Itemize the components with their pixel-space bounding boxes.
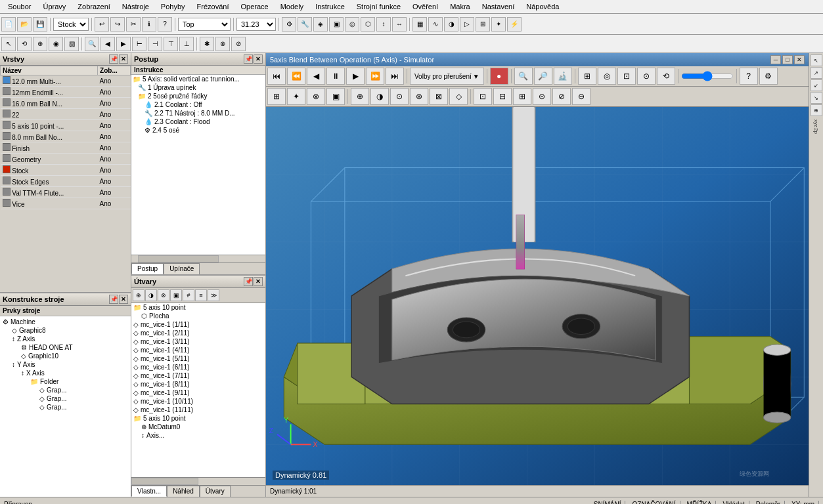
vrstvy-row[interactable]: Stock Edges Ano (1, 176, 131, 187)
utvary-list-item[interactable]: ◇mc_vice-1 (4/11) (131, 346, 265, 354)
sim-view4[interactable]: ⊙ (637, 68, 656, 85)
menu-frezovani[interactable]: Frézování (192, 1, 234, 12)
tb2-btn7[interactable]: ◀ (100, 37, 115, 51)
tb2-btn11[interactable]: ⊤ (164, 37, 178, 51)
menu-instrukce[interactable]: Instrukce (310, 1, 350, 12)
sim-record[interactable]: ● (490, 68, 508, 85)
sim-help[interactable]: ? (740, 68, 758, 85)
sim-zoom-out[interactable]: 🔬 (554, 68, 572, 85)
sim2-btn14[interactable]: ⊝ (533, 88, 551, 105)
sim2-btn3[interactable]: ⊗ (307, 88, 325, 105)
vrstvy-row[interactable]: Val TTM-4 Flute... Ano (1, 187, 131, 198)
stock-dropdown[interactable]: Stock (53, 18, 89, 31)
ut-btn7[interactable]: ≫ (208, 289, 219, 301)
utvary-pin-button[interactable]: 📌 (244, 277, 253, 286)
utvary-list-item[interactable]: ⊕McDatum0 (131, 423, 265, 431)
menu-modely[interactable]: Modely (275, 1, 309, 12)
ut-btn4[interactable]: ▣ (170, 289, 182, 301)
sim-pause[interactable]: ⏸ (326, 68, 345, 85)
vrstvy-close-button[interactable]: ✕ (119, 54, 128, 64)
tb2-btn15[interactable]: ⊘ (231, 37, 246, 51)
tb-btn10[interactable]: ∿ (428, 17, 443, 32)
tb2-btn6[interactable]: 🔍 (85, 37, 99, 51)
vp-right-btn4[interactable]: ↘ (811, 92, 822, 104)
konstrukce-tree-item[interactable]: 📁Folder (1, 377, 129, 386)
menu-makra[interactable]: Makra (445, 1, 476, 12)
vrstvy-row[interactable]: Finish Ano (1, 142, 131, 154)
tab-nahled[interactable]: Náhled (167, 486, 200, 497)
instr-tree-item[interactable]: 💧2.3 Coolant : Flood (131, 117, 265, 126)
sim2-btn15[interactable]: ⊘ (552, 88, 571, 105)
viewport-close-button[interactable]: ✕ (794, 55, 805, 64)
tb2-btn5[interactable]: ▧ (64, 37, 79, 51)
sim-play-end[interactable]: ⏭ (386, 68, 404, 85)
vrstvy-row[interactable]: 5 axis 10 point -... Ano (1, 120, 131, 131)
tb-btn8[interactable]: ↔ (392, 17, 407, 32)
utvary-list-item[interactable]: ◇mc_vice-1 (6/11) (131, 363, 265, 371)
menu-overeni[interactable]: Ověření (407, 1, 443, 12)
tb2-btn8[interactable]: ▶ (116, 37, 131, 51)
tb-btn11[interactable]: ◑ (444, 17, 458, 32)
utvary-list-item[interactable]: 📁5 axis 10 point (131, 303, 265, 312)
utvary-list-item[interactable]: ⬡Plocha (131, 312, 265, 320)
utvary-list-item[interactable]: ◇mc_vice-1 (3/11) (131, 337, 265, 346)
sim-step-fwd[interactable]: ▶ (346, 68, 365, 85)
sim2-btn7[interactable]: ⊙ (390, 88, 409, 105)
tb-btn15[interactable]: ⚡ (507, 17, 522, 32)
menu-upravy[interactable]: Úpravy (37, 1, 71, 12)
postup-scrollbar-h[interactable] (131, 255, 265, 262)
konstrukce-pin-button[interactable]: 📌 (109, 295, 118, 304)
tb-btn4[interactable]: ▣ (329, 17, 344, 32)
tb-btn1[interactable]: ⚙ (282, 17, 296, 32)
instr-tree-item[interactable]: 🔧1 Úprava upínek (131, 83, 265, 92)
menu-pohyby[interactable]: Pohyby (156, 1, 190, 12)
sim-speed-slider[interactable] (681, 71, 734, 81)
postup-pin-button[interactable]: 📌 (244, 54, 253, 64)
tab-utvary[interactable]: Útvary (200, 486, 231, 497)
vrstvy-row[interactable]: 16.0 mm Ball N... Ano (1, 98, 131, 109)
sim-play-begin[interactable]: ⏮ (267, 68, 286, 85)
viewport-maximize-button[interactable]: □ (782, 55, 793, 64)
menu-zobrazeni[interactable]: Zobrazení (72, 1, 116, 12)
vrstvy-row[interactable]: Vice Ano (1, 198, 131, 209)
menu-nastaveni[interactable]: Nastavení (477, 1, 520, 12)
tb-btn9[interactable]: ▦ (412, 17, 427, 32)
value-dropdown[interactable]: 31.23 (236, 18, 276, 31)
vrstvy-row[interactable]: 12mm Endmill -... Ano (1, 87, 131, 98)
tb-btn13[interactable]: ⊞ (476, 17, 490, 32)
menu-soubor[interactable]: Soubor (3, 1, 36, 12)
utvary-list-item[interactable]: ◇mc_vice-1 (10/11) (131, 397, 265, 406)
ut-btn6[interactable]: ≡ (195, 289, 207, 301)
instr-tree-item[interactable]: 📁5 Axis: solid vertical ac trunnion... (131, 75, 265, 83)
tb2-btn10[interactable]: ⊣ (148, 37, 162, 51)
vrstvy-row[interactable]: 22 Ano (1, 109, 131, 120)
tab-vlastn[interactable]: Vlastn... (131, 486, 167, 497)
sim-step-back[interactable]: ⏪ (287, 68, 305, 85)
utvary-list-item[interactable]: ◇mc_vice-1 (2/11) (131, 329, 265, 337)
instr-tree-item[interactable]: 📁2 5osé pružné řádky (131, 92, 265, 100)
sim2-btn1[interactable]: ⊞ (267, 88, 286, 105)
vrstvy-row[interactable]: 8.0 mm Ball No... Ano (1, 131, 131, 142)
viewport-minimize-button[interactable]: ─ (770, 55, 781, 64)
sim2-btn11[interactable]: ⊡ (474, 88, 492, 105)
sim2-btn9[interactable]: ⊠ (430, 88, 448, 105)
viewport-3d[interactable]: X Y Z Dynamický 0.81 绿色资源网 (266, 107, 809, 485)
sim2-btn8[interactable]: ⊛ (410, 88, 428, 105)
vp-right-btn1[interactable]: ↖ (811, 54, 822, 66)
tb-btn5[interactable]: ◎ (345, 17, 359, 32)
tb-btn2[interactable]: 🔧 (298, 17, 312, 32)
sim-view1[interactable]: ⊞ (578, 68, 596, 85)
volby-button[interactable]: Volby pro přerušení ▼ (410, 68, 484, 85)
tb2-btn2[interactable]: ⟲ (17, 37, 32, 51)
vp-right-btn2[interactable]: ↗ (811, 67, 822, 79)
tab-postup[interactable]: Postup (131, 263, 164, 274)
tb-btn3[interactable]: ◈ (313, 17, 328, 32)
sim-view3[interactable]: ⊡ (617, 68, 636, 85)
konstrukce-tree-item[interactable]: ◇Grap... (1, 386, 129, 394)
menu-nastroje[interactable]: Nástroje (117, 1, 154, 12)
ut-btn5[interactable]: # (183, 289, 194, 301)
info-button[interactable]: ℹ (142, 17, 156, 32)
vrstvy-row[interactable]: Stock Ano (1, 165, 131, 176)
tb-btn7[interactable]: ↕ (376, 17, 391, 32)
menu-napoveda[interactable]: Nápověda (521, 1, 564, 12)
